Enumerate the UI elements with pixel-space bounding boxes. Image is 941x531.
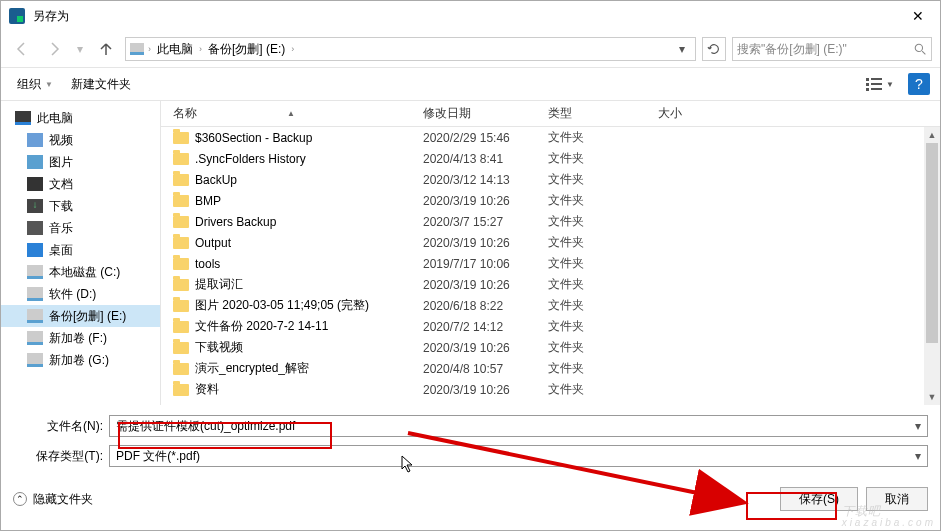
sidebar-item[interactable]: 备份[勿删] (E:) <box>1 305 160 327</box>
search-input[interactable]: 搜索"备份[勿删] (E:)" <box>732 37 932 61</box>
sidebar-item[interactable]: 软件 (D:) <box>1 283 160 305</box>
filename-field[interactable] <box>116 419 921 433</box>
back-button[interactable] <box>9 37 35 61</box>
file-date: 2020/4/13 8:41 <box>411 152 536 166</box>
file-list[interactable]: $360Section - Backup2020/2/29 15:46文件夹.S… <box>161 127 940 405</box>
column-name[interactable]: 名称▲ <box>161 105 411 122</box>
breadcrumb-drive[interactable]: 备份[勿删] (E:) <box>206 41 287 58</box>
breadcrumb-pc[interactable]: 此电脑 <box>155 41 195 58</box>
scroll-down-icon[interactable]: ▼ <box>924 389 940 405</box>
forward-button[interactable] <box>41 37 67 61</box>
sidebar-item[interactable]: 新加卷 (F:) <box>1 327 160 349</box>
file-type: 文件夹 <box>536 381 646 398</box>
file-row[interactable]: 图片 2020-03-05 11;49;05 (完整)2020/6/18 8:2… <box>161 295 940 316</box>
folder-icon <box>173 384 189 396</box>
file-row[interactable]: 资料2020/3/19 10:26文件夹 <box>161 379 940 400</box>
folder-icon <box>173 132 189 144</box>
sidebar-item[interactable]: 下载 <box>1 195 160 217</box>
file-row[interactable]: 演示_encrypted_解密2020/4/8 10:57文件夹 <box>161 358 940 379</box>
file-type: 文件夹 <box>536 234 646 251</box>
column-size[interactable]: 大小 <box>646 105 726 122</box>
file-row[interactable]: .SyncFolders History2020/4/13 8:41文件夹 <box>161 148 940 169</box>
help-button[interactable]: ? <box>908 73 930 95</box>
file-row[interactable]: 文件备份 2020-7-2 14-112020/7/2 14:12文件夹 <box>161 316 940 337</box>
refresh-button[interactable] <box>702 37 726 61</box>
file-row[interactable]: $360Section - Backup2020/2/29 15:46文件夹 <box>161 127 940 148</box>
sidebar: 此电脑视频图片文档下载音乐桌面本地磁盘 (C:)软件 (D:)备份[勿删] (E… <box>1 101 161 405</box>
scrollbar-thumb[interactable] <box>926 143 938 343</box>
file-name: BackUp <box>195 173 237 187</box>
sort-indicator-icon: ▲ <box>287 109 295 118</box>
file-type: 文件夹 <box>536 276 646 293</box>
drive-icon <box>130 43 144 55</box>
file-type: 文件夹 <box>536 192 646 209</box>
sidebar-item-label: 文档 <box>49 176 73 193</box>
file-date: 2020/4/8 10:57 <box>411 362 536 376</box>
file-name: 演示_encrypted_解密 <box>195 360 309 377</box>
file-row[interactable]: Drivers Backup2020/3/7 15:27文件夹 <box>161 211 940 232</box>
file-date: 2020/3/19 10:26 <box>411 341 536 355</box>
filename-input[interactable] <box>109 415 928 437</box>
file-row[interactable]: 提取词汇2020/3/19 10:26文件夹 <box>161 274 940 295</box>
sidebar-item[interactable]: 本地磁盘 (C:) <box>1 261 160 283</box>
sidebar-item-label: 此电脑 <box>37 110 73 127</box>
expand-folders-button[interactable]: ⌃ <box>13 492 27 506</box>
svg-rect-3 <box>871 78 882 80</box>
sidebar-item[interactable]: 桌面 <box>1 239 160 261</box>
file-row[interactable]: 下载视频2020/3/19 10:26文件夹 <box>161 337 940 358</box>
scroll-up-icon[interactable]: ▲ <box>924 127 940 143</box>
sidebar-item[interactable]: 新加卷 (G:) <box>1 349 160 371</box>
tree-icon <box>15 111 31 125</box>
file-type: 文件夹 <box>536 150 646 167</box>
svg-point-0 <box>915 44 922 51</box>
hide-folders-label[interactable]: 隐藏文件夹 <box>33 491 93 508</box>
up-button[interactable] <box>93 37 119 61</box>
file-row[interactable]: tools2019/7/17 10:06文件夹 <box>161 253 940 274</box>
address-dropdown-icon[interactable]: ▾ <box>673 42 691 56</box>
folder-icon <box>173 237 189 249</box>
sidebar-item[interactable]: 视频 <box>1 129 160 151</box>
sidebar-item[interactable]: 音乐 <box>1 217 160 239</box>
sidebar-item-label: 音乐 <box>49 220 73 237</box>
tree-icon <box>27 309 43 323</box>
file-row[interactable]: Output2020/3/19 10:26文件夹 <box>161 232 940 253</box>
file-type: 文件夹 <box>536 297 646 314</box>
view-icon <box>866 77 884 91</box>
file-name: $360Section - Backup <box>195 131 312 145</box>
folder-icon <box>173 195 189 207</box>
title-bar: 另存为 ✕ <box>1 1 940 31</box>
file-name: Output <box>195 236 231 250</box>
navigation-bar: ▾ › 此电脑 › 备份[勿删] (E:) › ▾ 搜索"备份[勿删] (E:)… <box>1 31 940 67</box>
svg-rect-5 <box>871 83 882 85</box>
file-date: 2020/3/19 10:26 <box>411 383 536 397</box>
address-bar[interactable]: › 此电脑 › 备份[勿删] (E:) › ▾ <box>125 37 696 61</box>
tree-icon <box>27 221 43 235</box>
file-type: 文件夹 <box>536 318 646 335</box>
tree-icon <box>27 177 43 191</box>
form-area: 文件名(N): 保存类型(T): PDF 文件(*.pdf) <box>1 405 940 479</box>
new-folder-button[interactable]: 新建文件夹 <box>65 72 137 97</box>
sidebar-item[interactable]: 此电脑 <box>1 107 160 129</box>
sidebar-item-label: 本地磁盘 (C:) <box>49 264 120 281</box>
file-type: 文件夹 <box>536 339 646 356</box>
svg-rect-6 <box>866 88 869 91</box>
file-name: 图片 2020-03-05 11;49;05 (完整) <box>195 297 369 314</box>
file-date: 2020/3/19 10:26 <box>411 278 536 292</box>
filetype-select[interactable]: PDF 文件(*.pdf) <box>109 445 928 467</box>
tree-icon <box>27 243 43 257</box>
sidebar-item[interactable]: 图片 <box>1 151 160 173</box>
column-date[interactable]: 修改日期 <box>411 105 536 122</box>
sidebar-item[interactable]: 文档 <box>1 173 160 195</box>
column-type[interactable]: 类型 <box>536 105 646 122</box>
organize-menu[interactable]: 组织 <box>11 72 47 97</box>
view-options-button[interactable]: ▼ <box>862 75 898 93</box>
folder-icon <box>173 153 189 165</box>
scrollbar-vertical[interactable]: ▲ ▼ <box>924 127 940 405</box>
file-row[interactable]: BMP2020/3/19 10:26文件夹 <box>161 190 940 211</box>
file-row[interactable]: BackUp2020/3/12 14:13文件夹 <box>161 169 940 190</box>
recent-dropdown[interactable]: ▾ <box>73 37 87 61</box>
chevron-down-icon: ▼ <box>45 80 53 89</box>
close-button[interactable]: ✕ <box>904 4 932 28</box>
footer: ⌃ 隐藏文件夹 保存(S) 取消 <box>1 479 940 519</box>
tree-icon <box>27 331 43 345</box>
